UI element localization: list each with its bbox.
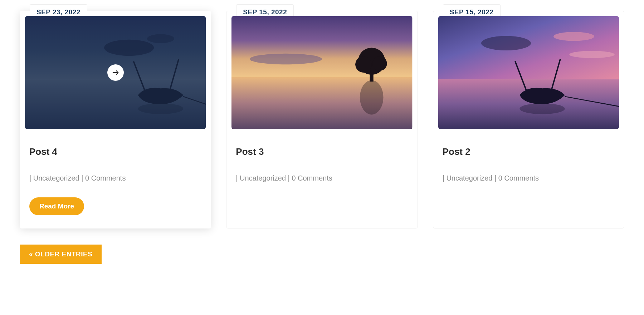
posts-grid: SEP 23, 2022	[20, 11, 624, 228]
post-category-link[interactable]: Uncategorized	[240, 174, 286, 182]
post-thumbnail[interactable]	[231, 16, 412, 129]
meta-separator: |	[286, 174, 292, 182]
svg-point-11	[250, 54, 322, 64]
post-comments-link[interactable]: 0 Comments	[292, 174, 332, 182]
svg-point-14	[355, 56, 371, 72]
post-comments-link[interactable]: 0 Comments	[498, 174, 539, 182]
svg-point-26	[519, 103, 565, 114]
post-meta: | Uncategorized | 0 Comments	[25, 174, 206, 182]
post-card[interactable]: SEP 23, 2022	[20, 11, 211, 228]
divider	[29, 166, 201, 166]
post-category-link[interactable]: Uncategorized	[446, 174, 492, 182]
post-card[interactable]: SEP 15, 2022	[226, 11, 418, 228]
meta-separator: |	[443, 174, 447, 182]
svg-rect-18	[438, 16, 619, 79]
meta-separator: |	[492, 174, 498, 182]
meta-separator: |	[236, 174, 240, 182]
svg-point-22	[569, 51, 614, 58]
arrow-right-icon[interactable]	[107, 64, 124, 81]
post-title[interactable]: Post 2	[438, 146, 619, 166]
svg-point-21	[553, 32, 594, 41]
post-thumbnail[interactable]	[438, 16, 619, 129]
divider	[236, 166, 408, 166]
svg-point-16	[360, 80, 384, 114]
svg-rect-19	[438, 79, 619, 129]
post-category-link[interactable]: Uncategorized	[33, 174, 79, 182]
thumbnail-hover-overlay	[25, 16, 206, 129]
older-entries-button[interactable]: « OLDER ENTRIES	[20, 245, 102, 264]
svg-point-20	[481, 36, 531, 50]
thumbnail-image-boat-pink-dusk	[438, 16, 619, 129]
post-comments-link[interactable]: 0 Comments	[85, 174, 126, 182]
post-title[interactable]: Post 4	[25, 146, 206, 166]
post-thumbnail[interactable]	[25, 16, 206, 129]
post-title[interactable]: Post 3	[231, 146, 412, 166]
post-card[interactable]: SEP 15, 2022	[433, 11, 624, 228]
meta-separator: |	[79, 174, 85, 182]
svg-rect-10	[231, 77, 412, 129]
meta-separator: |	[29, 174, 33, 182]
thumbnail-image-tree-sunset	[231, 16, 412, 129]
divider	[443, 166, 615, 166]
read-more-button[interactable]: Read More	[29, 197, 84, 215]
post-meta: | Uncategorized | 0 Comments	[438, 174, 619, 182]
post-meta: | Uncategorized | 0 Comments	[231, 174, 412, 182]
svg-point-15	[372, 56, 387, 70]
